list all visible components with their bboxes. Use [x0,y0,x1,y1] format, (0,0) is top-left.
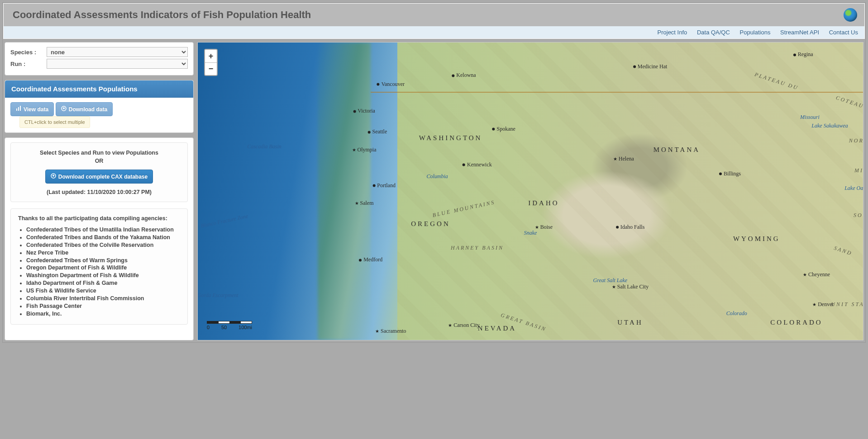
page-title: Coordinated Assessments Indicators of Fi… [13,9,855,21]
svg-rect-0 [16,109,17,111]
populations-panel: Coordinated Assessments Populations View… [5,80,194,133]
filter-panel: Species : none Run : [5,42,194,76]
zoom-in-button[interactable]: + [205,50,217,62]
agency-item: Oregon Department of Fish & Wildlife [26,264,180,272]
last-updated: (Last updated: 11/10/2020 10:00:27 PM) [18,189,180,195]
download-database-button[interactable]: Download complete CAX database [45,170,153,184]
top-nav: Project Info Data QA/QC Populations Stre… [4,26,864,38]
zoom-control: + − [204,49,218,76]
agency-item: Biomark, Inc. [26,310,180,318]
nav-populations[interactable]: Populations [740,29,771,36]
agency-item: Confederated Tribes of Warm Springs [26,257,180,264]
view-data-button[interactable]: View data [10,102,54,116]
download-icon [51,173,56,180]
nav-streamnet-api[interactable]: StreamNet API [780,29,819,36]
thanks-heading: Thanks to all the participating data com… [18,215,180,222]
agency-item: Washington Department of Fish & Wildlife [26,272,180,279]
download-icon [61,106,67,113]
download-data-button[interactable]: Download data [56,102,113,116]
populations-panel-title: Coordinated Assessments Populations [5,80,193,98]
agency-item: Columbia River Intertribal Fish Commissi… [26,295,180,302]
map[interactable]: + − 0 50 100mi VancouverVictoriaSeattleO… [197,42,863,340]
scale-bar: 0 50 100mi [207,321,252,330]
svg-rect-2 [20,106,21,111]
agency-item: Idaho Department of Fish & Game [26,279,180,287]
zoom-out-button[interactable]: − [205,62,217,75]
multiselect-hint: CTL+click to select multiple [19,116,90,128]
nav-data-qaqc[interactable]: Data QA/QC [697,29,730,36]
agency-item: Confederated Tribes and Bands of the Yak… [26,234,180,241]
nav-contact-us[interactable]: Contact Us [829,29,858,36]
agency-item: Confederated Tribes of the Colville Rese… [26,241,180,249]
run-label: Run : [10,61,47,67]
run-select[interactable] [47,59,188,69]
thanks-panel: Thanks to all the participating data com… [10,208,188,325]
agency-item: Nez Perce Tribe [26,249,180,257]
instruction-line1: Select Species and Run to view Populatio… [40,150,158,156]
info-panel: Select Species and Run to view Populatio… [5,137,194,340]
species-select[interactable]: none [47,47,188,57]
bar-chart-icon [16,106,21,113]
streamnet-logo-icon [844,8,857,22]
us-canada-border [371,92,863,93]
app-header: Coordinated Assessments Indicators of Fi… [4,4,864,26]
instruction-line2: OR [95,158,104,164]
agency-item: US Fish & Wildlife Service [26,287,180,295]
agency-item: Fish Passage Center [26,302,180,310]
svg-rect-1 [18,107,19,111]
nav-project-info[interactable]: Project Info [658,29,687,36]
agency-item: Confederated Tribes of the Umatilla Indi… [26,226,180,234]
species-label: Species : [10,49,47,56]
